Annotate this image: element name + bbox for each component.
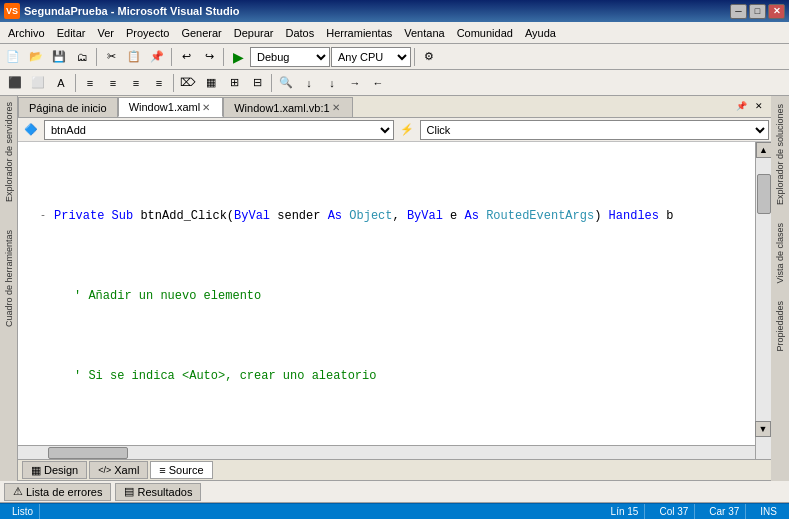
open-button[interactable]: 📂 (25, 46, 47, 68)
tb2-btn16[interactable]: ← (367, 72, 389, 94)
toolbar-2: ⬛ ⬜ A ≡ ≡ ≡ ≡ ⌦ ▦ ⊞ ⊟ 🔍 ↓ ↓ → ← (0, 70, 789, 96)
code-line-1: - Private Sub btnAdd_Click(ByVal sender … (18, 208, 755, 224)
menu-proyecto[interactable]: Proyecto (120, 25, 175, 41)
tab-xaml[interactable]: </> Xaml (89, 461, 148, 479)
tb2-btn10[interactable]: ⊞ (223, 72, 245, 94)
close-tab-button[interactable]: ✕ (751, 98, 767, 114)
status-ins: INS (754, 504, 783, 519)
menu-comunidad[interactable]: Comunidad (451, 25, 519, 41)
line-code-1: Private Sub btnAdd_Click(ByVal sender As… (50, 208, 673, 224)
horizontal-scrollbar[interactable] (18, 445, 755, 459)
save-all-button[interactable]: 🗂 (71, 46, 93, 68)
menu-ayuda[interactable]: Ayuda (519, 25, 562, 41)
debug-config-selector[interactable]: Debug (250, 47, 330, 67)
h-scroll-thumb[interactable] (48, 447, 128, 459)
menu-ver[interactable]: Ver (91, 25, 120, 41)
tb2-btn9[interactable]: ▦ (200, 72, 222, 94)
tab-source[interactable]: ≡ Source (150, 461, 212, 479)
tab-window1-xaml-vb[interactable]: Window1.xaml.vb:1 ✕ (223, 97, 352, 117)
sidebar-item-propiedades[interactable]: Propiedades (773, 297, 787, 356)
status-ready: Listo (6, 504, 40, 519)
tab-window1-xaml[interactable]: Window1.xaml ✕ (118, 97, 224, 117)
tb2-btn6[interactable]: ≡ (125, 72, 147, 94)
tab-inicio[interactable]: Página de inicio (18, 97, 118, 117)
tb2-btn15[interactable]: → (344, 72, 366, 94)
tab-design[interactable]: ▦ Design (22, 461, 87, 479)
separator-4 (414, 48, 415, 66)
undo-button[interactable]: ↩ (175, 46, 197, 68)
tb2-btn8[interactable]: ⌦ (177, 72, 199, 94)
object-icon: 🔷 (20, 121, 42, 138)
menu-editar[interactable]: Editar (51, 25, 92, 41)
menu-datos[interactable]: Datos (279, 25, 320, 41)
tb2-btn12[interactable]: 🔍 (275, 72, 297, 94)
tab-lista-errores[interactable]: ⚠ Lista de errores (4, 483, 111, 501)
copy-button[interactable]: 📋 (123, 46, 145, 68)
tb2-btn5[interactable]: ≡ (102, 72, 124, 94)
code-content: - Private Sub btnAdd_Click(ByVal sender … (18, 142, 755, 445)
left-sidebar: Explorador de servidores Cuadro de herra… (0, 96, 18, 481)
event-selector[interactable]: Click (420, 120, 770, 140)
cpu-selector[interactable]: Any CPU (331, 47, 411, 67)
design-icon: ▦ (31, 464, 41, 477)
center-panel: Página de inicio Window1.xaml ✕ Window1.… (18, 96, 771, 481)
toolbar-1: 📄 📂 💾 🗂 ✂ 📋 📌 ↩ ↪ ▶ Debug Any CPU ⚙ (0, 44, 789, 70)
menu-herramientas[interactable]: Herramientas (320, 25, 398, 41)
tb2-btn7[interactable]: ≡ (148, 72, 170, 94)
xaml-icon: </> (98, 465, 111, 475)
menu-depurar[interactable]: Depurar (228, 25, 280, 41)
tb2-btn11[interactable]: ⊟ (246, 72, 268, 94)
sidebar-item-cuadro-herramientas[interactable]: Cuadro de herramientas (2, 226, 16, 331)
menu-bar: Archivo Editar Ver Proyecto Generar Depu… (0, 22, 789, 44)
tab-close-window1-vb[interactable]: ✕ (330, 102, 342, 113)
scroll-up-button[interactable]: ▲ (756, 142, 772, 158)
maximize-button[interactable]: □ (749, 4, 766, 19)
nav-bar: 🔷 btnAdd ⚡ Click (18, 118, 771, 142)
redo-button[interactable]: ↪ (198, 46, 220, 68)
tb2-btn14[interactable]: ↓ (321, 72, 343, 94)
tab-resultados[interactable]: ▤ Resultados (115, 483, 201, 501)
menu-generar[interactable]: Generar (175, 25, 227, 41)
tb2-sep1 (75, 74, 76, 92)
status-col: Col 37 (653, 504, 695, 519)
object-selector[interactable]: btnAdd (44, 120, 394, 140)
save-button[interactable]: 💾 (48, 46, 70, 68)
bottom-tab-bar: ▦ Design </> Xaml ≡ Source (18, 459, 771, 481)
status-line: Lín 15 (605, 504, 646, 519)
menu-ventana[interactable]: Ventana (398, 25, 450, 41)
new-button[interactable]: 📄 (2, 46, 24, 68)
results-icon: ▤ (124, 485, 134, 498)
app-icon: VS (4, 3, 20, 19)
tb2-btn3[interactable]: A (50, 72, 72, 94)
menu-archivo[interactable]: Archivo (2, 25, 51, 41)
tb2-btn13[interactable]: ↓ (298, 72, 320, 94)
sidebar-item-explorador-soluciones[interactable]: Explorador de soluciones (773, 100, 787, 209)
code-editor[interactable]: - Private Sub btnAdd_Click(ByVal sender … (18, 142, 755, 445)
tb2-btn2[interactable]: ⬜ (27, 72, 49, 94)
tb2-sep3 (271, 74, 272, 92)
separator-3 (223, 48, 224, 66)
v-scroll-thumb[interactable] (757, 174, 771, 214)
pin-tab-button[interactable]: 📌 (733, 98, 749, 114)
sidebar-item-explorador-servidores[interactable]: Explorador de servidores (2, 98, 16, 206)
vertical-scrollbar[interactable]: ▲ ▼ (755, 142, 771, 459)
scroll-down-button[interactable]: ▼ (755, 421, 771, 437)
start-button[interactable]: ▶ (227, 46, 249, 68)
status-bar: Listo Lín 15 Col 37 Car 37 INS (0, 503, 789, 519)
expand-1[interactable]: - (36, 208, 50, 224)
sidebar-item-vista-clases[interactable]: Vista de clases (773, 219, 787, 287)
close-button[interactable]: ✕ (768, 4, 785, 19)
error-bar: ⚠ Lista de errores ▤ Resultados (0, 481, 789, 503)
tb2-btn4[interactable]: ≡ (79, 72, 101, 94)
cut-button[interactable]: ✂ (100, 46, 122, 68)
line-code-2: ' Añadir un nuevo elemento (50, 288, 261, 304)
config-button[interactable]: ⚙ (418, 46, 440, 68)
tb2-btn1[interactable]: ⬛ (4, 72, 26, 94)
separator-2 (171, 48, 172, 66)
editor-main: - Private Sub btnAdd_Click(ByVal sender … (18, 142, 771, 459)
tab-close-window1-xaml[interactable]: ✕ (200, 102, 212, 113)
paste-button[interactable]: 📌 (146, 46, 168, 68)
minimize-button[interactable]: ─ (730, 4, 747, 19)
tab-bar: Página de inicio Window1.xaml ✕ Window1.… (18, 96, 771, 118)
code-line-2: ' Añadir un nuevo elemento (18, 288, 755, 304)
